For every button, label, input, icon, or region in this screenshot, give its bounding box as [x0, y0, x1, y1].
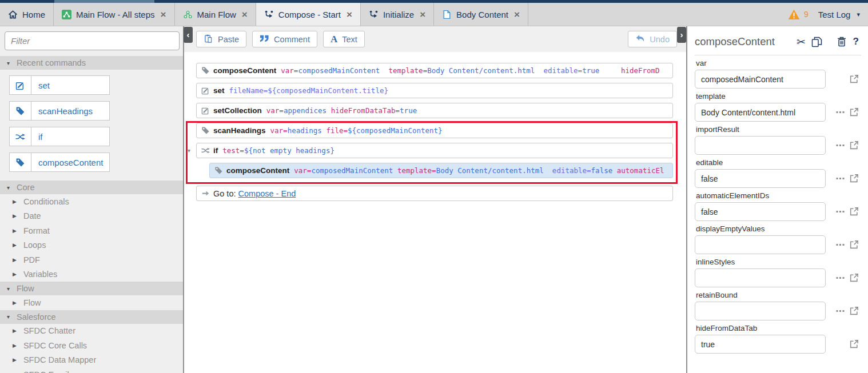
warning-icon[interactable] [788, 9, 800, 20]
external-link-icon[interactable] [849, 74, 859, 84]
shuffle-icon [201, 146, 210, 155]
automaticElementIDs-field[interactable] [695, 202, 826, 221]
external-link-icon[interactable] [849, 174, 859, 183]
tab-label: Compose - Start [278, 10, 341, 19]
var-field[interactable] [695, 70, 826, 89]
external-link-icon[interactable] [849, 306, 859, 316]
tab-initialize[interactable]: Initialize× [361, 3, 434, 26]
section-header-core[interactable]: ▾Core [0, 181, 183, 194]
step-attributes: var=headings file=${composedMainContent} [270, 126, 443, 135]
category-item-flow[interactable]: ▶Flow [0, 295, 183, 310]
command-item-composecontent[interactable]: composeContent [9, 153, 110, 172]
close-icon[interactable]: × [242, 10, 248, 19]
recent-commands-header[interactable]: ▾ Recent commands [0, 56, 183, 70]
flow-step-goto[interactable]: Go to: Compose - End [196, 186, 673, 201]
section-header-label: Salesforce [17, 312, 56, 322]
external-link-icon[interactable] [849, 339, 859, 349]
external-link-icon[interactable] [849, 107, 859, 117]
flow-step-composeContent[interactable]: composeContentvar=composedMainContent te… [196, 63, 673, 78]
category-item-label: Flow [23, 298, 41, 307]
hideFromDataTab-field[interactable] [695, 335, 826, 354]
flow-step-composeContent[interactable]: composeContentvar=composedMainContent te… [209, 163, 673, 178]
external-link-icon[interactable] [849, 273, 859, 283]
step-inspector-panel: composeContent ✂ ? vartemplateimportResu… [686, 26, 868, 373]
collapse-right-panel-button[interactable]: › [677, 27, 686, 43]
close-icon[interactable]: × [514, 10, 520, 19]
close-icon[interactable]: × [347, 10, 352, 19]
field-row-inlineStyles [695, 268, 859, 287]
step-attributes: test=${not empty headings} [222, 146, 335, 155]
retainBound-field[interactable] [695, 302, 826, 320]
cut-icon[interactable]: ✂ [797, 35, 806, 49]
flow-green-outline-icon [183, 10, 193, 19]
comment-button[interactable]: Comment [252, 31, 317, 47]
collapse-left-panel-button[interactable]: ‹ [184, 27, 193, 43]
inlineStyles-field[interactable] [695, 268, 826, 287]
tab-main-flow[interactable]: Main Flow× [175, 3, 256, 26]
close-icon[interactable]: × [420, 10, 425, 19]
field-label-hideFromDataTab: hideFromDataTab [696, 324, 859, 332]
ellipsis-icon[interactable] [836, 276, 845, 279]
ellipsis-icon[interactable] [836, 243, 845, 246]
ellipsis-icon[interactable] [836, 177, 845, 180]
tab-home[interactable]: Home [0, 3, 54, 26]
section-header-flow[interactable]: ▾Flow [0, 282, 183, 295]
external-link-icon[interactable] [849, 240, 859, 250]
filter-input[interactable] [5, 31, 180, 50]
category-item-variables[interactable]: ▶Variables [0, 267, 183, 282]
step-attributes: fileName=${composedMainContent.title} [229, 86, 388, 95]
ellipsis-icon[interactable] [836, 111, 845, 114]
external-link-icon[interactable] [849, 141, 859, 150]
displayEmptyValues-field[interactable] [695, 235, 826, 254]
help-icon[interactable]: ? [853, 36, 859, 47]
paste-button[interactable]: Paste [196, 31, 246, 47]
flow-step-setCollection[interactable]: setCollectionvar=appendices hideFromData… [196, 103, 673, 118]
importResult-field[interactable] [695, 136, 826, 155]
chevron-right-icon: ▶ [13, 228, 17, 234]
field-row-retainBound [695, 302, 859, 320]
text-button[interactable]: A Text [323, 31, 365, 47]
category-item-label: PDF [23, 255, 40, 264]
category-item-sfdc-email[interactable]: ▶SFDC Email [0, 367, 183, 373]
inspector-title: composeContent [695, 35, 775, 48]
category-item-sfdc-data-mapper[interactable]: ▶SFDC Data Mapper [0, 353, 183, 368]
command-item-set[interactable]: set [9, 75, 110, 95]
editable-field[interactable] [695, 169, 826, 188]
ellipsis-icon[interactable] [836, 144, 845, 147]
category-item-conditionals[interactable]: ▶Conditionals [0, 194, 183, 209]
undo-button[interactable]: Undo [628, 31, 677, 47]
field-label-automaticElementIDs: automaticElementIDs [696, 191, 859, 200]
top-scrollbar-thumb[interactable] [54, 0, 154, 3]
home-icon [8, 10, 18, 19]
ellipsis-icon[interactable] [836, 310, 845, 312]
category-item-loops[interactable]: ▶Loops [0, 238, 183, 253]
step-attributes: var=appendices hideFromDataTab=true [266, 106, 417, 115]
flow-step-scanHeadings[interactable]: scanHeadingsvar=headings file=${composed… [196, 123, 673, 138]
inspector-divider [695, 55, 861, 55]
category-item-format[interactable]: ▶Format [0, 223, 183, 238]
category-item-sfdc-chatter[interactable]: ▶SFDC Chatter [0, 324, 183, 339]
category-item-date[interactable]: ▶Date [0, 209, 183, 224]
command-item-scanheadings[interactable]: scanHeadings [9, 101, 110, 121]
flow-step-set[interactable]: setfileName=${composedMainContent.title} [196, 83, 673, 98]
command-item-if[interactable]: if [9, 127, 110, 146]
trash-icon[interactable] [837, 37, 846, 47]
category-item-pdf[interactable]: ▶PDF [0, 252, 183, 267]
collapse-toggle-icon[interactable]: ▾ [188, 147, 196, 154]
close-icon[interactable]: × [161, 10, 166, 19]
tab-compose-start[interactable]: Compose - Start× [256, 3, 361, 26]
goto-target-link[interactable]: Compose - End [238, 189, 296, 198]
copy-icon[interactable] [811, 37, 822, 47]
category-item-sfdc-core-calls[interactable]: ▶SFDC Core Calls [0, 338, 183, 353]
tab-main-flow-all-steps[interactable]: Main Flow - All steps× [54, 3, 174, 26]
flow-step-if[interactable]: ▾iftest=${not empty headings} [196, 143, 673, 158]
external-link-icon[interactable] [849, 207, 859, 216]
tag-icon [201, 126, 210, 135]
step-command-name: composeContent [213, 66, 276, 75]
chevron-down-icon[interactable]: ▾ [857, 11, 860, 18]
section-header-salesforce[interactable]: ▾Salesforce [0, 310, 183, 324]
template-field[interactable] [695, 103, 826, 122]
ellipsis-icon[interactable] [836, 210, 845, 213]
tab-body-content[interactable]: Body Content× [434, 3, 528, 26]
test-log-button[interactable]: Test Log [818, 10, 851, 19]
